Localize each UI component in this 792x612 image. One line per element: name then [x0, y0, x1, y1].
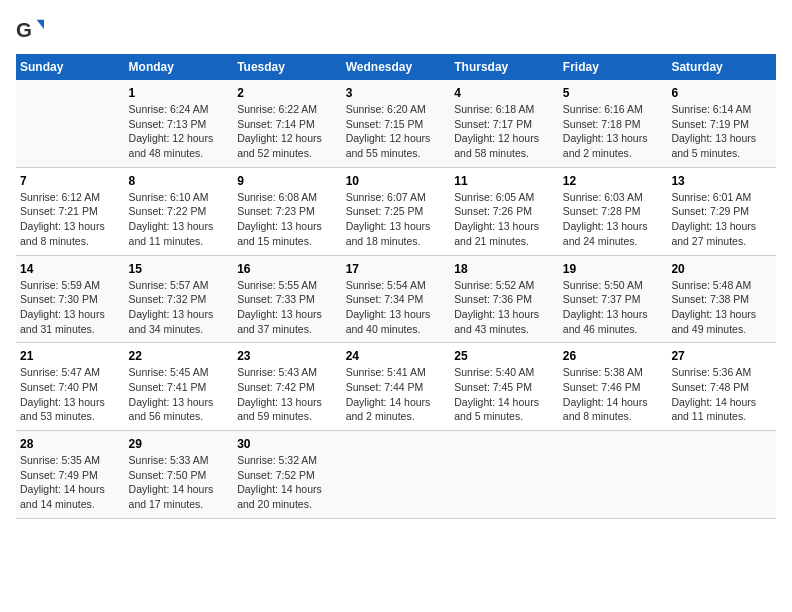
day-info: Sunrise: 6:10 AM Sunset: 7:22 PM Dayligh… — [129, 190, 230, 249]
day-number: 12 — [563, 174, 664, 188]
day-number: 21 — [20, 349, 121, 363]
day-number: 17 — [346, 262, 447, 276]
calendar-header-saturday: Saturday — [667, 54, 776, 80]
calendar-cell: 8Sunrise: 6:10 AM Sunset: 7:22 PM Daylig… — [125, 167, 234, 255]
svg-text:G: G — [16, 18, 32, 41]
week-row-5: 28Sunrise: 5:35 AM Sunset: 7:49 PM Dayli… — [16, 431, 776, 519]
calendar-cell: 24Sunrise: 5:41 AM Sunset: 7:44 PM Dayli… — [342, 343, 451, 431]
calendar-header-wednesday: Wednesday — [342, 54, 451, 80]
day-number: 26 — [563, 349, 664, 363]
day-info: Sunrise: 5:59 AM Sunset: 7:30 PM Dayligh… — [20, 278, 121, 337]
week-row-4: 21Sunrise: 5:47 AM Sunset: 7:40 PM Dayli… — [16, 343, 776, 431]
day-number: 10 — [346, 174, 447, 188]
calendar-cell — [559, 431, 668, 519]
day-info: Sunrise: 5:52 AM Sunset: 7:36 PM Dayligh… — [454, 278, 555, 337]
day-number: 4 — [454, 86, 555, 100]
day-info: Sunrise: 5:32 AM Sunset: 7:52 PM Dayligh… — [237, 453, 338, 512]
calendar-cell: 1Sunrise: 6:24 AM Sunset: 7:13 PM Daylig… — [125, 80, 234, 167]
calendar-cell: 26Sunrise: 5:38 AM Sunset: 7:46 PM Dayli… — [559, 343, 668, 431]
day-info: Sunrise: 6:18 AM Sunset: 7:17 PM Dayligh… — [454, 102, 555, 161]
day-info: Sunrise: 5:33 AM Sunset: 7:50 PM Dayligh… — [129, 453, 230, 512]
calendar-cell: 12Sunrise: 6:03 AM Sunset: 7:28 PM Dayli… — [559, 167, 668, 255]
calendar-cell: 25Sunrise: 5:40 AM Sunset: 7:45 PM Dayli… — [450, 343, 559, 431]
calendar-cell: 16Sunrise: 5:55 AM Sunset: 7:33 PM Dayli… — [233, 255, 342, 343]
day-info: Sunrise: 5:41 AM Sunset: 7:44 PM Dayligh… — [346, 365, 447, 424]
calendar-header-friday: Friday — [559, 54, 668, 80]
calendar-cell: 2Sunrise: 6:22 AM Sunset: 7:14 PM Daylig… — [233, 80, 342, 167]
calendar-cell: 14Sunrise: 5:59 AM Sunset: 7:30 PM Dayli… — [16, 255, 125, 343]
day-number: 27 — [671, 349, 772, 363]
day-info: Sunrise: 6:01 AM Sunset: 7:29 PM Dayligh… — [671, 190, 772, 249]
calendar-cell: 17Sunrise: 5:54 AM Sunset: 7:34 PM Dayli… — [342, 255, 451, 343]
day-number: 6 — [671, 86, 772, 100]
day-number: 29 — [129, 437, 230, 451]
day-number: 18 — [454, 262, 555, 276]
day-number: 14 — [20, 262, 121, 276]
day-info: Sunrise: 5:45 AM Sunset: 7:41 PM Dayligh… — [129, 365, 230, 424]
day-number: 11 — [454, 174, 555, 188]
calendar-cell: 21Sunrise: 5:47 AM Sunset: 7:40 PM Dayli… — [16, 343, 125, 431]
logo-icon: G — [16, 16, 44, 44]
day-info: Sunrise: 6:22 AM Sunset: 7:14 PM Dayligh… — [237, 102, 338, 161]
day-info: Sunrise: 5:40 AM Sunset: 7:45 PM Dayligh… — [454, 365, 555, 424]
day-number: 9 — [237, 174, 338, 188]
calendar-cell: 7Sunrise: 6:12 AM Sunset: 7:21 PM Daylig… — [16, 167, 125, 255]
calendar-header-sunday: Sunday — [16, 54, 125, 80]
day-info: Sunrise: 5:38 AM Sunset: 7:46 PM Dayligh… — [563, 365, 664, 424]
calendar-cell: 22Sunrise: 5:45 AM Sunset: 7:41 PM Dayli… — [125, 343, 234, 431]
calendar-header-monday: Monday — [125, 54, 234, 80]
day-info: Sunrise: 5:55 AM Sunset: 7:33 PM Dayligh… — [237, 278, 338, 337]
day-number: 24 — [346, 349, 447, 363]
day-info: Sunrise: 6:07 AM Sunset: 7:25 PM Dayligh… — [346, 190, 447, 249]
day-info: Sunrise: 6:24 AM Sunset: 7:13 PM Dayligh… — [129, 102, 230, 161]
calendar-cell: 19Sunrise: 5:50 AM Sunset: 7:37 PM Dayli… — [559, 255, 668, 343]
day-number: 1 — [129, 86, 230, 100]
calendar-cell: 6Sunrise: 6:14 AM Sunset: 7:19 PM Daylig… — [667, 80, 776, 167]
day-info: Sunrise: 6:12 AM Sunset: 7:21 PM Dayligh… — [20, 190, 121, 249]
calendar-header-tuesday: Tuesday — [233, 54, 342, 80]
day-info: Sunrise: 5:54 AM Sunset: 7:34 PM Dayligh… — [346, 278, 447, 337]
calendar-header-thursday: Thursday — [450, 54, 559, 80]
calendar-table: SundayMondayTuesdayWednesdayThursdayFrid… — [16, 54, 776, 519]
calendar-cell: 5Sunrise: 6:16 AM Sunset: 7:18 PM Daylig… — [559, 80, 668, 167]
week-row-1: 1Sunrise: 6:24 AM Sunset: 7:13 PM Daylig… — [16, 80, 776, 167]
day-number: 28 — [20, 437, 121, 451]
day-number: 30 — [237, 437, 338, 451]
calendar-cell: 9Sunrise: 6:08 AM Sunset: 7:23 PM Daylig… — [233, 167, 342, 255]
day-info: Sunrise: 6:16 AM Sunset: 7:18 PM Dayligh… — [563, 102, 664, 161]
calendar-cell: 28Sunrise: 5:35 AM Sunset: 7:49 PM Dayli… — [16, 431, 125, 519]
day-number: 23 — [237, 349, 338, 363]
day-info: Sunrise: 6:08 AM Sunset: 7:23 PM Dayligh… — [237, 190, 338, 249]
calendar-cell: 13Sunrise: 6:01 AM Sunset: 7:29 PM Dayli… — [667, 167, 776, 255]
day-number: 3 — [346, 86, 447, 100]
day-number: 7 — [20, 174, 121, 188]
day-number: 22 — [129, 349, 230, 363]
calendar-cell: 4Sunrise: 6:18 AM Sunset: 7:17 PM Daylig… — [450, 80, 559, 167]
day-number: 20 — [671, 262, 772, 276]
day-number: 8 — [129, 174, 230, 188]
calendar-cell: 10Sunrise: 6:07 AM Sunset: 7:25 PM Dayli… — [342, 167, 451, 255]
calendar-cell: 3Sunrise: 6:20 AM Sunset: 7:15 PM Daylig… — [342, 80, 451, 167]
calendar-cell: 18Sunrise: 5:52 AM Sunset: 7:36 PM Dayli… — [450, 255, 559, 343]
day-info: Sunrise: 5:50 AM Sunset: 7:37 PM Dayligh… — [563, 278, 664, 337]
calendar-cell: 15Sunrise: 5:57 AM Sunset: 7:32 PM Dayli… — [125, 255, 234, 343]
day-number: 2 — [237, 86, 338, 100]
calendar-cell: 29Sunrise: 5:33 AM Sunset: 7:50 PM Dayli… — [125, 431, 234, 519]
day-number: 16 — [237, 262, 338, 276]
week-row-3: 14Sunrise: 5:59 AM Sunset: 7:30 PM Dayli… — [16, 255, 776, 343]
logo: G — [16, 16, 48, 44]
day-info: Sunrise: 6:20 AM Sunset: 7:15 PM Dayligh… — [346, 102, 447, 161]
day-info: Sunrise: 5:36 AM Sunset: 7:48 PM Dayligh… — [671, 365, 772, 424]
calendar-cell: 20Sunrise: 5:48 AM Sunset: 7:38 PM Dayli… — [667, 255, 776, 343]
day-number: 15 — [129, 262, 230, 276]
calendar-header-row: SundayMondayTuesdayWednesdayThursdayFrid… — [16, 54, 776, 80]
page-header: G — [16, 16, 776, 44]
calendar-cell — [667, 431, 776, 519]
day-number: 13 — [671, 174, 772, 188]
day-info: Sunrise: 6:14 AM Sunset: 7:19 PM Dayligh… — [671, 102, 772, 161]
calendar-cell: 27Sunrise: 5:36 AM Sunset: 7:48 PM Dayli… — [667, 343, 776, 431]
day-info: Sunrise: 5:35 AM Sunset: 7:49 PM Dayligh… — [20, 453, 121, 512]
calendar-cell: 11Sunrise: 6:05 AM Sunset: 7:26 PM Dayli… — [450, 167, 559, 255]
svg-marker-1 — [37, 20, 44, 29]
calendar-cell — [450, 431, 559, 519]
